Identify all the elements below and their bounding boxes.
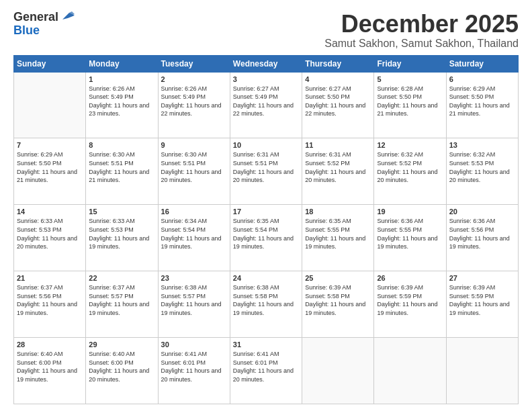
- day-info: Sunrise: 6:32 AM Sunset: 5:52 PM Dayligh…: [377, 150, 443, 184]
- day-info: Sunrise: 6:30 AM Sunset: 5:51 PM Dayligh…: [89, 150, 154, 184]
- day-info: Sunrise: 6:40 AM Sunset: 6:00 PM Dayligh…: [17, 350, 83, 383]
- day-number: 12: [377, 141, 443, 149]
- day-number: 13: [449, 141, 515, 149]
- day-number: 5: [377, 75, 443, 83]
- header: General Blue December 2025 Samut Sakhon,…: [13, 11, 519, 50]
- calendar-day-cell: 10Sunrise: 6:31 AM Sunset: 5:51 PM Dayli…: [230, 138, 302, 205]
- day-info: Sunrise: 6:41 AM Sunset: 6:01 PM Dayligh…: [161, 350, 227, 383]
- calendar-week-row: 21Sunrise: 6:37 AM Sunset: 5:56 PM Dayli…: [14, 271, 519, 338]
- calendar-day-cell: 12Sunrise: 6:32 AM Sunset: 5:52 PM Dayli…: [374, 138, 446, 205]
- day-info: Sunrise: 6:33 AM Sunset: 5:53 PM Dayligh…: [17, 217, 83, 250]
- day-info: Sunrise: 6:35 AM Sunset: 5:55 PM Dayligh…: [305, 217, 371, 250]
- day-number: 15: [89, 208, 154, 216]
- day-number: 17: [233, 208, 299, 216]
- day-info: Sunrise: 6:29 AM Sunset: 5:50 PM Dayligh…: [17, 150, 83, 184]
- day-number: 10: [233, 141, 299, 149]
- day-number: 8: [89, 141, 154, 149]
- day-info: Sunrise: 6:26 AM Sunset: 5:49 PM Dayligh…: [89, 85, 154, 118]
- calendar-week-row: 28Sunrise: 6:40 AM Sunset: 6:00 PM Dayli…: [14, 338, 519, 404]
- title-section: December 2025 Samut Sakhon, Samut Sakhon…: [324, 11, 519, 50]
- day-number: 19: [377, 208, 443, 216]
- calendar-day-cell: 8Sunrise: 6:30 AM Sunset: 5:51 PM Daylig…: [86, 138, 158, 205]
- day-number: 7: [17, 141, 83, 149]
- empty-cell: [302, 338, 374, 404]
- day-number: 22: [89, 274, 154, 282]
- day-info: Sunrise: 6:40 AM Sunset: 6:00 PM Dayligh…: [89, 350, 154, 383]
- day-info: Sunrise: 6:39 AM Sunset: 5:59 PM Dayligh…: [449, 283, 515, 317]
- logo: General Blue: [13, 11, 75, 38]
- day-number: 9: [161, 141, 227, 149]
- day-info: Sunrise: 6:33 AM Sunset: 5:53 PM Dayligh…: [89, 217, 154, 250]
- day-info: Sunrise: 6:39 AM Sunset: 5:58 PM Dayligh…: [305, 283, 371, 317]
- day-info: Sunrise: 6:39 AM Sunset: 5:59 PM Dayligh…: [377, 283, 443, 317]
- day-info: Sunrise: 6:36 AM Sunset: 5:55 PM Dayligh…: [377, 217, 443, 250]
- day-info: Sunrise: 6:41 AM Sunset: 6:01 PM Dayligh…: [233, 350, 299, 383]
- day-info: Sunrise: 6:32 AM Sunset: 5:53 PM Dayligh…: [449, 150, 515, 184]
- calendar-header-sunday: Sunday: [14, 55, 86, 72]
- day-number: 30: [161, 340, 227, 349]
- calendar-day-cell: 7Sunrise: 6:29 AM Sunset: 5:50 PM Daylig…: [14, 138, 86, 205]
- calendar-week-row: 14Sunrise: 6:33 AM Sunset: 5:53 PM Dayli…: [14, 205, 519, 271]
- day-number: 29: [89, 340, 154, 349]
- day-number: 1: [89, 75, 154, 83]
- day-number: 20: [449, 208, 515, 216]
- calendar-day-cell: 30Sunrise: 6:41 AM Sunset: 6:01 PM Dayli…: [158, 338, 230, 404]
- calendar-day-cell: 21Sunrise: 6:37 AM Sunset: 5:56 PM Dayli…: [14, 271, 86, 338]
- calendar-day-cell: 1Sunrise: 6:26 AM Sunset: 5:49 PM Daylig…: [86, 72, 158, 138]
- calendar-day-cell: 13Sunrise: 6:32 AM Sunset: 5:53 PM Dayli…: [446, 138, 518, 205]
- day-info: Sunrise: 6:34 AM Sunset: 5:54 PM Dayligh…: [161, 217, 227, 250]
- calendar-header-thursday: Thursday: [302, 55, 374, 72]
- calendar-day-cell: 22Sunrise: 6:37 AM Sunset: 5:57 PM Dayli…: [86, 271, 158, 338]
- calendar-day-cell: 15Sunrise: 6:33 AM Sunset: 5:53 PM Dayli…: [86, 205, 158, 271]
- calendar-header-monday: Monday: [86, 55, 158, 72]
- calendar-day-cell: 17Sunrise: 6:35 AM Sunset: 5:54 PM Dayli…: [230, 205, 302, 271]
- calendar-header-row: SundayMondayTuesdayWednesdayThursdayFrid…: [14, 55, 519, 72]
- day-number: 24: [233, 274, 299, 282]
- calendar-day-cell: 26Sunrise: 6:39 AM Sunset: 5:59 PM Dayli…: [374, 271, 446, 338]
- day-info: Sunrise: 6:31 AM Sunset: 5:52 PM Dayligh…: [305, 150, 371, 184]
- calendar-header-saturday: Saturday: [446, 55, 518, 72]
- logo-bird-icon: [60, 11, 75, 22]
- day-number: 26: [377, 274, 443, 282]
- day-number: 14: [17, 208, 83, 216]
- day-info: Sunrise: 6:29 AM Sunset: 5:50 PM Dayligh…: [449, 85, 515, 118]
- day-number: 18: [305, 208, 371, 216]
- day-info: Sunrise: 6:37 AM Sunset: 5:57 PM Dayligh…: [89, 283, 154, 317]
- calendar-day-cell: 31Sunrise: 6:41 AM Sunset: 6:01 PM Dayli…: [230, 338, 302, 404]
- calendar-day-cell: 20Sunrise: 6:36 AM Sunset: 5:56 PM Dayli…: [446, 205, 518, 271]
- calendar-week-row: 1Sunrise: 6:26 AM Sunset: 5:49 PM Daylig…: [14, 72, 519, 138]
- day-number: 3: [233, 75, 299, 83]
- empty-cell: [14, 72, 86, 138]
- calendar-day-cell: 24Sunrise: 6:38 AM Sunset: 5:58 PM Dayli…: [230, 271, 302, 338]
- calendar-day-cell: 19Sunrise: 6:36 AM Sunset: 5:55 PM Dayli…: [374, 205, 446, 271]
- day-number: 27: [449, 274, 515, 282]
- calendar-day-cell: 29Sunrise: 6:40 AM Sunset: 6:00 PM Dayli…: [86, 338, 158, 404]
- calendar-day-cell: 3Sunrise: 6:27 AM Sunset: 5:49 PM Daylig…: [230, 72, 302, 138]
- day-number: 25: [305, 274, 371, 282]
- day-number: 21: [17, 274, 83, 282]
- calendar-day-cell: 27Sunrise: 6:39 AM Sunset: 5:59 PM Dayli…: [446, 271, 518, 338]
- day-number: 11: [305, 141, 371, 149]
- day-info: Sunrise: 6:28 AM Sunset: 5:50 PM Dayligh…: [377, 85, 443, 118]
- day-number: 31: [233, 340, 299, 349]
- calendar-header-wednesday: Wednesday: [230, 55, 302, 72]
- day-number: 4: [305, 75, 371, 83]
- day-info: Sunrise: 6:27 AM Sunset: 5:49 PM Dayligh…: [233, 85, 299, 118]
- calendar-day-cell: 16Sunrise: 6:34 AM Sunset: 5:54 PM Dayli…: [158, 205, 230, 271]
- location-subtitle: Samut Sakhon, Samut Sakhon, Thailand: [324, 38, 519, 50]
- empty-cell: [374, 338, 446, 404]
- day-info: Sunrise: 6:37 AM Sunset: 5:56 PM Dayligh…: [17, 283, 83, 317]
- calendar-day-cell: 2Sunrise: 6:26 AM Sunset: 5:49 PM Daylig…: [158, 72, 230, 138]
- calendar-day-cell: 11Sunrise: 6:31 AM Sunset: 5:52 PM Dayli…: [302, 138, 374, 205]
- day-number: 28: [17, 340, 83, 349]
- calendar-week-row: 7Sunrise: 6:29 AM Sunset: 5:50 PM Daylig…: [14, 138, 519, 205]
- calendar-day-cell: 25Sunrise: 6:39 AM Sunset: 5:58 PM Dayli…: [302, 271, 374, 338]
- day-info: Sunrise: 6:38 AM Sunset: 5:58 PM Dayligh…: [233, 283, 299, 317]
- page: General Blue December 2025 Samut Sakhon,…: [0, 0, 532, 411]
- calendar-day-cell: 4Sunrise: 6:27 AM Sunset: 5:50 PM Daylig…: [302, 72, 374, 138]
- calendar-day-cell: 9Sunrise: 6:30 AM Sunset: 5:51 PM Daylig…: [158, 138, 230, 205]
- calendar-header-friday: Friday: [374, 55, 446, 72]
- day-info: Sunrise: 6:26 AM Sunset: 5:49 PM Dayligh…: [161, 85, 227, 118]
- calendar-day-cell: 28Sunrise: 6:40 AM Sunset: 6:00 PM Dayli…: [14, 338, 86, 404]
- day-info: Sunrise: 6:38 AM Sunset: 5:57 PM Dayligh…: [161, 283, 227, 317]
